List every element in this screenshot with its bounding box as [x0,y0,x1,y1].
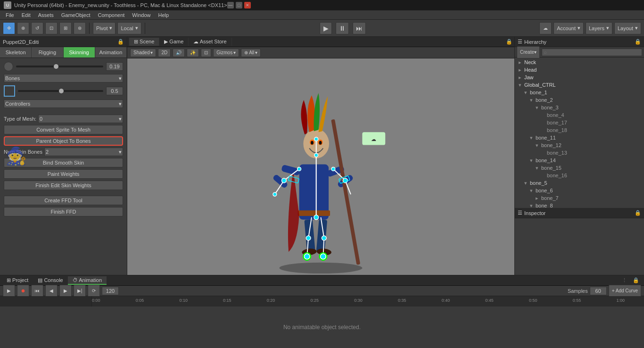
hierarchy-item[interactable]: bone_13 [515,149,644,157]
hierarchy-item[interactable]: ▾ bone_2 [515,96,644,104]
bot-tab-project[interactable]: ⊞ Project [2,276,33,284]
create-dropdown[interactable]: Create ▾ [517,46,540,58]
anim-play-btn[interactable]: ▶ [59,285,72,297]
menu-edit[interactable]: Edit [18,11,34,19]
play-btn[interactable]: ▶ [320,22,332,34]
hierarchy-item[interactable]: bone_18 [515,126,644,134]
tab-animation[interactable]: Animation [95,47,127,58]
tool-rect[interactable]: ⊞ [59,22,72,34]
hierarchy-item[interactable]: ▾ bone_12 [515,141,644,149]
hier-arrow: ▾ [524,180,530,186]
hierarchy-item[interactable]: ▾ bone_5 [515,179,644,187]
close-btn[interactable]: ✕ [244,2,251,8]
hierarchy-item[interactable]: ▸ bone_7 [515,194,644,202]
anim-frame-value[interactable]: 120 [102,287,119,295]
shading-dropdown[interactable]: Shaded ▾ [130,49,156,57]
local-dropdown[interactable]: Local ▾ [117,22,141,34]
menu-window[interactable]: Window [128,11,154,19]
circle-toggle-1[interactable] [4,62,13,71]
2d-btn[interactable]: 2D [158,49,171,57]
tab-skinning[interactable]: Skinning [64,47,95,58]
pivot-dropdown[interactable]: Pivot ▾ [93,22,116,34]
menu-gameobject[interactable]: GameObject [58,11,94,19]
viewport-canvas[interactable]: ☁ [127,58,514,275]
hierarchy-item[interactable]: bone_4 [515,111,644,119]
tab-rigging[interactable]: Rigging [32,47,63,58]
tool-transform[interactable]: ⊛ [74,22,86,34]
hierarchy-item[interactable]: ▸ Neck [515,58,644,66]
hierarchy-item[interactable]: ▾ bone_11 [515,134,644,141]
hierarchy-item[interactable]: bone_16 [515,172,644,179]
resolution-btn[interactable]: ⊡ [201,49,211,57]
pause-btn[interactable]: ⏸ [336,22,349,34]
all-dropdown[interactable]: ⊕ All ▾ [241,49,261,57]
vp-tab-game[interactable]: ▶ Game [159,38,189,46]
hierarchy-item[interactable]: ▾ Global_CTRL [515,81,644,89]
menu-component[interactable]: Component [94,11,128,19]
slider1-track[interactable] [16,66,103,67]
audio-btn[interactable]: 🔊 [173,49,185,57]
hierarchy-item[interactable]: ▾ bone_14 [515,157,644,164]
time-mark: 0:40 [442,298,450,303]
finish-edit-btn[interactable]: Finish Edit Skin Weights [4,181,123,190]
anim-rewind-btn[interactable]: ⏮ [31,285,43,297]
anim-prev-btn[interactable]: ◀ [45,285,58,297]
hierarchy-item[interactable]: ▾ bone_15 [515,164,644,172]
hierarchy-item[interactable]: bone_17 [515,119,644,126]
bot-tab-console[interactable]: ▤ Console [33,276,67,284]
slider2-track[interactable] [18,90,103,92]
hierarchy-item[interactable]: ▾ bone_8 [515,202,644,208]
hierarchy-search[interactable] [542,49,642,56]
tool-scale[interactable]: ⊡ [45,22,58,34]
maximize-btn[interactable]: □ [236,2,242,8]
menu-file[interactable]: File [2,11,18,19]
layout-dropdown[interactable]: Layout ▾ [614,22,641,34]
menu-assets[interactable]: Assets [34,11,58,19]
time-mark: 1:00 [616,298,625,303]
bot-tab-animation[interactable]: ⏱ Animation [68,276,107,285]
window-title: Unity Personal (64bit) - Enemy_new.unity… [14,2,227,8]
cloud-btn[interactable]: ☁ [539,22,552,34]
paint-weights-btn[interactable]: Paint Weights [4,169,123,179]
effects-btn[interactable]: ✨ [187,49,199,57]
step-btn[interactable]: ⏭ [353,22,366,34]
account-dropdown[interactable]: Account ▾ [553,22,584,34]
convert-sprite-btn[interactable]: Convert Sprite To Mesh [4,125,123,134]
vp-tab-assetstore[interactable]: ☁ Asset Store [189,38,231,46]
time-mark: 0:10 [179,298,188,303]
tab-skeleton[interactable]: Skeleton [0,47,32,58]
controllers-dropdown[interactable]: Controllers ▾ [4,99,123,108]
anim-record-btn[interactable]: ⏺ [17,285,29,297]
tool-rotate[interactable]: ↺ [31,22,43,34]
add-curve-btn[interactable]: + Add Curve [609,285,641,297]
hierarchy-list[interactable]: ▸ Neck▸ Head▸ Jaw▾ Global_CTRL▾ bone_1▾ … [515,58,644,208]
hierarchy-item[interactable]: ▾ bone_1 [515,89,644,96]
tool-move[interactable]: ⊕ [17,22,29,34]
vp-tab-scene[interactable]: ⊞ Scene [129,38,159,46]
hierarchy-item[interactable]: ▸ Jaw [515,74,644,81]
create-ffd-btn[interactable]: Create FFD Tool [4,196,123,205]
bones-dropdown[interactable]: Bones ▾ [4,74,123,83]
minimize-btn[interactable]: — [227,2,234,8]
anim-loop-btn[interactable]: ⟳ [88,285,100,297]
hierarchy-item[interactable]: ▾ bone_3 [515,104,644,111]
hierarchy-item[interactable]: ▾ bone_6 [515,187,644,194]
gizmos-dropdown[interactable]: Gizmos ▾ [213,49,239,57]
layers-dropdown[interactable]: Layers ▾ [586,22,612,34]
slider1-thumb[interactable] [54,64,58,69]
num-skin-bones-input[interactable]: 2 ▾ [44,148,123,156]
type-of-mesh-dropdown[interactable]: 0 ▾ [38,115,123,123]
square-toggle[interactable] [4,85,15,97]
project-tab-label: Project [12,277,28,283]
timeline-content[interactable]: 0:000:050:100:150:200:250:300:350:400:45… [92,296,644,307]
samples-value[interactable]: 60 [590,287,607,295]
anim-next-btn[interactable]: ▶| [74,285,86,297]
finish-ffd-btn[interactable]: Finish FFD [4,207,123,216]
menu-help[interactable]: Help [154,11,173,19]
anim-preview-btn[interactable]: ▶ [3,285,15,297]
hierarchy-item[interactable]: ▸ Head [515,66,644,74]
slider2-thumb[interactable] [59,89,64,93]
project-tab-icon: ⊞ [7,277,12,283]
tool-hand[interactable]: ✥ [3,22,15,34]
parent-object-btn[interactable]: Parent Object To Bones [4,136,123,146]
